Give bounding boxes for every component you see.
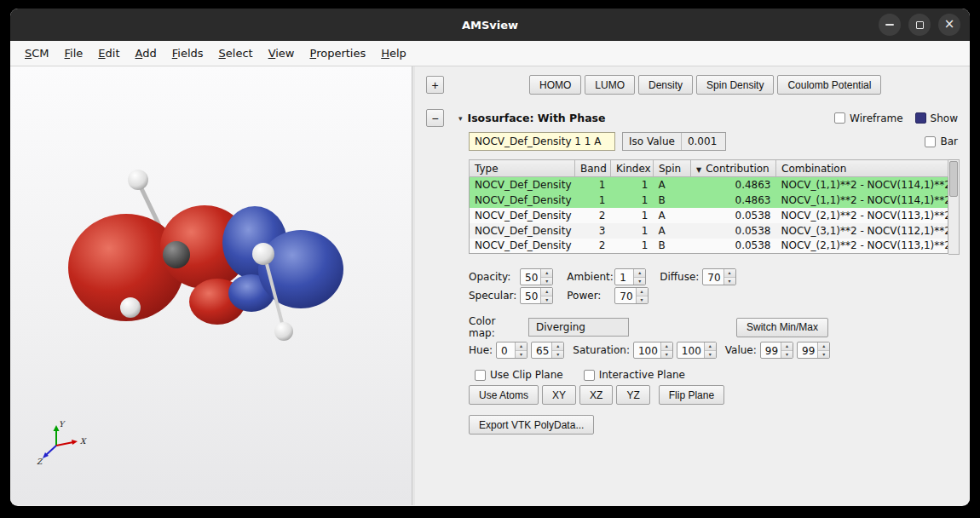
homo-button[interactable]: HOMO bbox=[529, 75, 581, 95]
spin-down-button[interactable]: ▾ bbox=[516, 351, 527, 359]
col-band[interactable]: Band bbox=[575, 160, 611, 177]
spin-up-button[interactable]: ▴ bbox=[552, 342, 563, 351]
interactive-plane-checkbox[interactable]: Interactive Plane bbox=[584, 369, 685, 381]
menu-add[interactable]: Add bbox=[128, 43, 164, 63]
menu-help[interactable]: Help bbox=[373, 43, 414, 63]
diffuse-spinbox[interactable]: 70 ▴▾ bbox=[702, 268, 735, 285]
viewport-3d[interactable]: Y X Z bbox=[10, 66, 412, 505]
cell-combination: NOCV_(2,1)**2 - NOCV(113,1)**2 bbox=[776, 208, 948, 223]
table-scrollbar[interactable] bbox=[948, 159, 960, 255]
saturation-max-spinbox[interactable]: 100 ▴▾ bbox=[677, 342, 717, 359]
spinbox-value: 65 bbox=[532, 342, 551, 358]
show-checkbox[interactable]: Show bbox=[915, 112, 958, 124]
menu-fields[interactable]: Fields bbox=[164, 43, 211, 63]
saturation-min-spinbox[interactable]: 100 ▴▾ bbox=[633, 342, 673, 359]
close-button[interactable]: × bbox=[938, 14, 960, 36]
power-spinbox[interactable]: 70 ▴▾ bbox=[614, 287, 648, 304]
spin-up-button[interactable]: ▴ bbox=[541, 269, 552, 278]
menu-file[interactable]: File bbox=[57, 43, 91, 63]
amsview-window: AMSview × SCM File Edit Add Fields Selec… bbox=[10, 9, 970, 506]
table-row[interactable]: NOCV_Def_Density 3 1 A 0.0538 NOCV_(3,1)… bbox=[470, 223, 948, 239]
menu-edit[interactable]: Edit bbox=[90, 43, 127, 63]
wireframe-checkbox[interactable]: Wireframe bbox=[834, 112, 903, 124]
ambient-spinbox[interactable]: 1 ▴▾ bbox=[614, 268, 646, 285]
spin-up-button[interactable]: ▴ bbox=[516, 342, 527, 351]
cell-kindex: 1 bbox=[611, 208, 654, 223]
spin-up-button[interactable]: ▴ bbox=[637, 288, 648, 296]
disclosure-triangle-icon[interactable]: ▾ bbox=[458, 114, 463, 123]
table-row[interactable]: NOCV_Def_Density 1 1 B 0.4863 NOCV_(1,1)… bbox=[470, 193, 948, 208]
xz-plane-button[interactable]: XZ bbox=[579, 385, 613, 405]
show-label: Show bbox=[931, 112, 958, 124]
spin-up-button[interactable]: ▴ bbox=[634, 269, 645, 278]
minimize-button[interactable] bbox=[879, 14, 901, 36]
menu-select[interactable]: Select bbox=[211, 43, 261, 63]
titlebar[interactable]: AMSview × bbox=[10, 9, 970, 41]
col-combination[interactable]: Combination bbox=[776, 160, 948, 177]
specular-spinbox[interactable]: 50 ▴▾ bbox=[520, 287, 553, 304]
spin-down-button[interactable]: ▾ bbox=[634, 278, 645, 285]
value-max-spinbox[interactable]: 99 ▴▾ bbox=[797, 342, 830, 359]
colormap-select[interactable]: Diverging bbox=[528, 318, 629, 337]
spin-down-button[interactable]: ▾ bbox=[781, 351, 793, 359]
use-clip-plane-checkbox[interactable]: Use Clip Plane bbox=[475, 369, 563, 381]
table-header-row: Type Band Kindex Spin ▼Contribution Comb… bbox=[470, 160, 948, 177]
col-spin[interactable]: Spin bbox=[654, 160, 691, 177]
spin-down-button[interactable]: ▾ bbox=[552, 351, 563, 359]
spin-up-button[interactable]: ▴ bbox=[818, 342, 829, 351]
power-label: Power: bbox=[567, 290, 611, 302]
switch-minmax-button[interactable]: Switch Min/Max bbox=[736, 318, 828, 337]
cell-type: NOCV_Def_Density bbox=[470, 223, 575, 239]
spin-density-button[interactable]: Spin Density bbox=[696, 75, 774, 95]
checkbox-icon bbox=[925, 136, 936, 147]
field-name-input[interactable]: NOCV_Def_Density 1 1 A bbox=[469, 132, 615, 151]
spin-down-button[interactable]: ▾ bbox=[541, 278, 552, 285]
yz-plane-button[interactable]: YZ bbox=[616, 385, 649, 405]
col-type[interactable]: Type bbox=[470, 160, 575, 177]
cell-spin: B bbox=[654, 193, 691, 208]
spin-down-button[interactable]: ▾ bbox=[724, 278, 735, 285]
table-row[interactable]: NOCV_Def_Density 1 1 A 0.4863 NOCV_(1,1)… bbox=[470, 177, 948, 193]
spin-down-button[interactable]: ▾ bbox=[705, 351, 716, 359]
spin-up-button[interactable]: ▴ bbox=[724, 269, 735, 278]
col-kindex[interactable]: Kindex bbox=[611, 160, 654, 177]
lumo-button[interactable]: LUMO bbox=[585, 75, 635, 95]
hue-min-spinbox[interactable]: 0 ▴▾ bbox=[496, 342, 527, 359]
export-vtk-button[interactable]: Export VTK PolyData... bbox=[469, 415, 594, 435]
xy-plane-button[interactable]: XY bbox=[542, 385, 576, 405]
use-atoms-button[interactable]: Use Atoms bbox=[469, 385, 539, 405]
col-contribution[interactable]: ▼Contribution bbox=[691, 160, 776, 177]
hydrogen-atom bbox=[120, 297, 141, 318]
density-button[interactable]: Density bbox=[638, 75, 693, 95]
flip-plane-button[interactable]: Flip Plane bbox=[659, 385, 724, 405]
maximize-button[interactable] bbox=[908, 14, 931, 36]
menu-view[interactable]: View bbox=[261, 43, 303, 63]
spin-up-button[interactable]: ▴ bbox=[705, 342, 716, 351]
menu-scm[interactable]: SCM bbox=[17, 43, 57, 63]
minimize-icon bbox=[885, 24, 894, 26]
coulomb-potential-button[interactable]: Coulomb Potential bbox=[777, 75, 881, 95]
menu-properties[interactable]: Properties bbox=[303, 43, 374, 63]
remove-field-button[interactable]: − bbox=[426, 109, 444, 127]
spin-up-button[interactable]: ▴ bbox=[541, 288, 552, 296]
value-min-spinbox[interactable]: 99 ▴▾ bbox=[760, 342, 793, 359]
table-row[interactable]: NOCV_Def_Density 2 1 B 0.0538 NOCV_(2,1)… bbox=[470, 239, 948, 254]
iso-value-input[interactable]: 0.001 bbox=[681, 133, 725, 150]
opacity-spinbox[interactable]: 50 ▴▾ bbox=[520, 268, 553, 285]
window-controls: × bbox=[879, 14, 960, 36]
spin-down-button[interactable]: ▾ bbox=[661, 351, 672, 359]
spin-up-button[interactable]: ▴ bbox=[661, 342, 672, 351]
spin-down-button[interactable]: ▾ bbox=[818, 351, 829, 359]
bar-checkbox[interactable]: Bar bbox=[925, 135, 958, 147]
spin-down-button[interactable]: ▾ bbox=[541, 296, 552, 304]
spin-down-button[interactable]: ▾ bbox=[637, 296, 648, 304]
spin-up-button[interactable]: ▴ bbox=[781, 342, 793, 351]
spinbox-value: 100 bbox=[634, 342, 660, 358]
table-row[interactable]: NOCV_Def_Density 2 1 A 0.0538 NOCV_(2,1)… bbox=[470, 208, 948, 223]
add-field-button[interactable]: + bbox=[426, 76, 444, 94]
spinbox-value: 99 bbox=[761, 342, 781, 358]
hue-max-spinbox[interactable]: 65 ▴▾ bbox=[531, 342, 564, 359]
colormap-label: Color map: bbox=[469, 315, 522, 339]
scrollbar-thumb[interactable] bbox=[949, 161, 958, 197]
wireframe-label: Wireframe bbox=[850, 112, 903, 124]
